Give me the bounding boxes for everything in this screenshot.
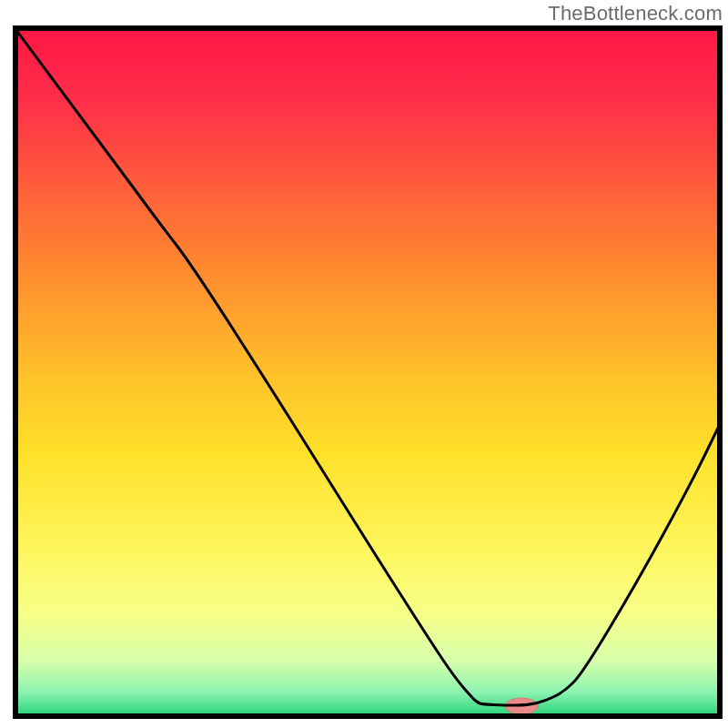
watermark-text: TheBottleneck.com — [548, 2, 723, 25]
gradient-background — [15, 28, 720, 716]
chart-svg — [0, 0, 728, 728]
chart-container: { "watermark": "TheBottleneck.com", "plo… — [0, 0, 728, 728]
